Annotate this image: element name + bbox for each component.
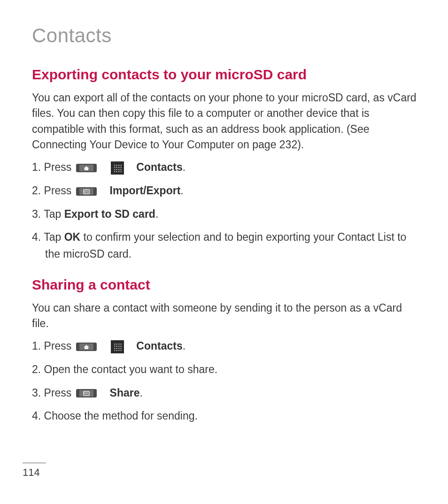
- step-4: 4. Tap OK to confirm your selection and …: [32, 229, 422, 262]
- step-2: 2. Press > Import/Export.: [32, 183, 422, 199]
- apps-grid-icon: [111, 161, 124, 175]
- apps-grid-icon: [111, 340, 124, 353]
- step-prefix: 2. Press: [32, 184, 75, 197]
- step-prefix: 1. Press: [32, 161, 75, 173]
- step-prefix: 4. Tap: [32, 231, 64, 243]
- contacts-label: Contacts: [136, 340, 182, 352]
- step-prefix: 3. Press: [32, 387, 75, 399]
- step-prefix: 3. Tap: [32, 208, 64, 220]
- step-suffix: .: [183, 161, 185, 173]
- separator: >: [101, 386, 107, 401]
- intro-sharing: You can share a contact with someone by …: [32, 300, 422, 332]
- intro-export: You can export all of the contacts on yo…: [32, 90, 422, 153]
- separator: >: [128, 340, 133, 354]
- step-3: 3. Press > Share.: [32, 385, 422, 402]
- step-suffix: .: [180, 184, 183, 197]
- step-1: 1. Press > > Contacts.: [32, 338, 422, 355]
- step-4: 4. Choose the method for sending.: [32, 408, 422, 425]
- step-2: 2. Open the contact you want to share.: [32, 361, 422, 378]
- import-export-label: Import/Export: [110, 184, 181, 197]
- step-rest: to confirm your selection and to begin e…: [45, 231, 406, 260]
- step-1: 1. Press > > Contacts.: [32, 159, 422, 176]
- step-prefix: 1. Press: [32, 340, 75, 352]
- contacts-label: Contacts: [136, 161, 182, 173]
- separator: >: [128, 161, 133, 176]
- separator: >: [101, 340, 107, 354]
- step-suffix: .: [139, 387, 142, 399]
- manual-page: Contacts Exporting contacts to your micr…: [0, 0, 448, 504]
- page-number: 114: [23, 466, 40, 479]
- separator: >: [101, 184, 107, 199]
- ok-label: OK: [64, 231, 81, 243]
- steps-export: 1. Press > > Contacts. 2. Press: [32, 159, 422, 262]
- heading-export: Exporting contacts to your microSD card: [32, 67, 422, 83]
- separator: >: [101, 161, 107, 176]
- page-title: Contacts: [32, 24, 422, 47]
- step-suffix: .: [155, 208, 158, 220]
- share-label: Share: [110, 387, 140, 399]
- home-key-icon: [76, 341, 97, 352]
- step-3: 3. Tap Export to SD card.: [32, 206, 422, 223]
- menu-key-icon: [76, 186, 97, 197]
- heading-sharing: Sharing a contact: [32, 277, 422, 293]
- menu-key-icon: [76, 388, 97, 399]
- export-sd-label: Export to SD card: [64, 208, 155, 220]
- steps-sharing: 1. Press > > Contacts. 2. Open the conta…: [32, 338, 422, 425]
- step-suffix: .: [183, 340, 185, 352]
- home-key-icon: [76, 162, 97, 174]
